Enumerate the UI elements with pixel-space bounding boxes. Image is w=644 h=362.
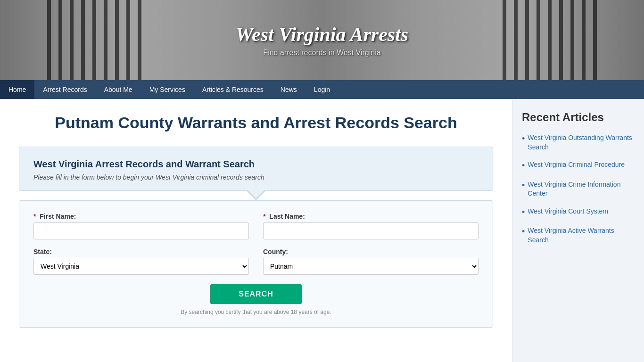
search-info-box: West Virginia Arrest Records and Warrant… — [19, 147, 493, 191]
sidebar-link-4[interactable]: West Virginia Active Warrants Search — [528, 226, 635, 245]
sidebar-link-2[interactable]: West Virginia Crime Information Center — [528, 180, 635, 198]
site-subtitle: Find arrest records in West Virginia — [236, 49, 408, 57]
state-group: State: West Virginia — [33, 248, 249, 275]
nav-item-articles[interactable]: Articles & Resources — [194, 80, 272, 99]
last-name-input[interactable] — [263, 222, 479, 239]
state-county-row: State: West Virginia County: Putnam — [33, 248, 479, 275]
sidebar-bullet-4: • — [522, 226, 525, 237]
nav-link-news[interactable]: News — [272, 80, 305, 99]
sidebar-bullet-3: • — [522, 207, 525, 218]
state-select[interactable]: West Virginia — [33, 258, 249, 275]
first-name-group: * First Name: — [33, 213, 249, 239]
nav-link-services[interactable]: My Services — [141, 80, 194, 99]
sidebar-bullet-0: • — [522, 133, 525, 144]
nav-item-services[interactable]: My Services — [141, 80, 194, 99]
nav-link-arrest-records[interactable]: Arrest Records — [34, 80, 95, 99]
nav-link-articles[interactable]: Articles & Resources — [194, 80, 272, 99]
nav-item-about-me[interactable]: About Me — [96, 80, 141, 99]
nav-link-login[interactable]: Login — [305, 80, 339, 99]
sidebar-bullet-1: • — [522, 160, 525, 171]
form-disclaimer: By searching you certify that you are ab… — [33, 309, 479, 315]
required-star-first: * — [33, 213, 36, 220]
sidebar-item-2: • West Virginia Crime Information Center — [522, 180, 635, 198]
county-group: County: Putnam — [263, 248, 479, 275]
nav-link-about-me[interactable]: About Me — [96, 80, 141, 99]
first-name-input[interactable] — [33, 222, 249, 239]
county-label: County: — [263, 248, 479, 255]
nav-item-login[interactable]: Login — [305, 80, 339, 99]
state-label: State: — [33, 248, 249, 255]
page-title: Putnam County Warrants and Arrest Record… — [19, 113, 493, 132]
sidebar-link-0[interactable]: West Virginia Outstanding Warrants Searc… — [528, 133, 635, 152]
main-container: Putnam County Warrants and Arrest Record… — [0, 99, 644, 362]
arrow-down-icon — [247, 191, 265, 200]
header-text-block: West Virginia Arrests Find arrest record… — [236, 23, 408, 57]
sidebar-item-0: • West Virginia Outstanding Warrants Sea… — [522, 133, 635, 152]
last-name-label: * Last Name: — [263, 213, 479, 220]
search-box-title: West Virginia Arrest Records and Warrant… — [33, 159, 479, 170]
last-name-group: * Last Name: — [263, 213, 479, 239]
content-area: Putnam County Warrants and Arrest Record… — [0, 99, 512, 362]
main-nav: Home Arrest Records About Me My Services… — [0, 80, 644, 99]
site-title: West Virginia Arrests — [236, 23, 408, 46]
nav-item-home[interactable]: Home — [0, 80, 34, 99]
county-select[interactable]: Putnam — [263, 258, 479, 275]
search-button[interactable]: SEARCH — [210, 284, 302, 304]
sidebar: Recent Articles • West Virginia Outstand… — [512, 99, 644, 362]
sidebar-bullet-2: • — [522, 180, 525, 191]
sidebar-item-4: • West Virginia Active Warrants Search — [522, 226, 635, 245]
nav-item-news[interactable]: News — [272, 80, 305, 99]
first-name-label: * First Name: — [33, 213, 249, 220]
sidebar-item-3: • West Virginia Court System — [522, 207, 635, 218]
header-banner: West Virginia Arrests Find arrest record… — [0, 0, 644, 80]
sidebar-title: Recent Articles — [522, 111, 635, 124]
search-form-area: * First Name: * Last Name: State: — [19, 200, 493, 328]
header-bars-left — [47, 0, 141, 80]
name-row: * First Name: * Last Name: — [33, 213, 479, 239]
nav-link-home[interactable]: Home — [0, 80, 34, 99]
nav-item-arrest-records[interactable]: Arrest Records — [34, 80, 95, 99]
sidebar-link-1[interactable]: West Virginia Criminal Procedure — [528, 160, 625, 170]
arrow-container — [19, 191, 493, 200]
sidebar-item-1: • West Virginia Criminal Procedure — [522, 160, 635, 171]
sidebar-article-list: • West Virginia Outstanding Warrants Sea… — [522, 133, 635, 245]
search-button-row: SEARCH — [33, 284, 479, 304]
required-star-last: * — [263, 213, 265, 220]
search-box-subtitle: Please fill in the form below to begin y… — [33, 173, 479, 181]
header-bars-right — [503, 0, 597, 80]
sidebar-link-3[interactable]: West Virginia Court System — [528, 207, 608, 216]
